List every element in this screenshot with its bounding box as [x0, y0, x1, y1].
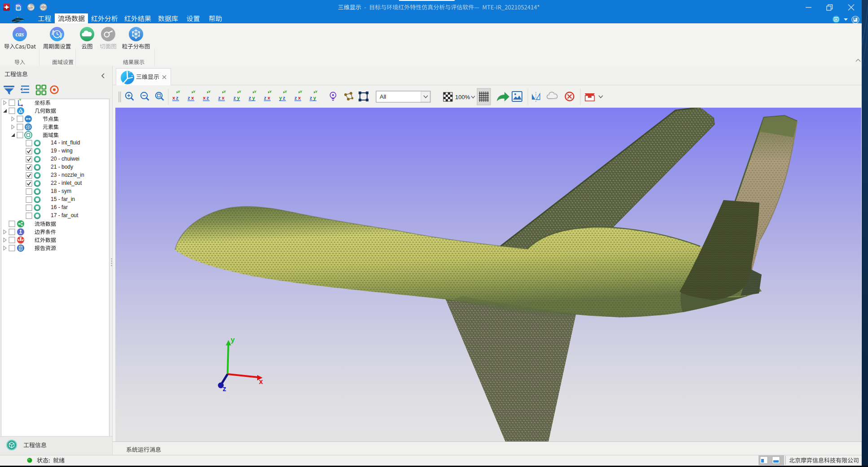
svg-text:Y: Y	[224, 90, 226, 94]
svg-text:z: z	[310, 95, 312, 100]
svg-text:Y: Y	[315, 90, 318, 94]
svg-text:z: z	[294, 95, 297, 100]
svg-text:y: y	[252, 95, 255, 100]
svg-text:y: y	[279, 95, 282, 100]
svg-text:x: x	[267, 95, 271, 100]
svg-text:z: z	[218, 95, 221, 100]
svg-text:z: z	[206, 95, 209, 100]
svg-text:z: z	[18, 103, 20, 106]
svg-text:z: z	[283, 95, 285, 100]
svg-text:cas: cas	[16, 31, 24, 38]
svg-text:x: x	[298, 95, 301, 100]
svg-text:y: y	[237, 95, 240, 100]
svg-text:x: x	[191, 95, 194, 100]
svg-text:x: x	[222, 95, 225, 100]
svg-text:Y: Y	[178, 90, 180, 94]
svg-text:y: y	[231, 336, 235, 344]
svg-text:Y: Y	[269, 90, 272, 94]
svg-text:Y: Y	[239, 90, 241, 94]
svg-text:y: y	[313, 95, 316, 100]
svg-text:Y: Y	[19, 98, 22, 101]
svg-text:z: z	[223, 385, 226, 393]
svg-text:z: z	[188, 95, 190, 100]
svg-text:z: z	[233, 95, 236, 100]
svg-text:Y: Y	[193, 90, 196, 94]
svg-text:Y: Y	[208, 90, 211, 94]
svg-text:z: z	[176, 95, 179, 100]
svg-text:x: x	[21, 104, 23, 107]
svg-text:100%: 100%	[455, 94, 470, 100]
svg-text:z: z	[264, 95, 267, 100]
svg-text:Y: Y	[285, 90, 287, 94]
svg-text:x: x	[259, 378, 263, 385]
svg-text:All: All	[380, 93, 386, 100]
svg-text:Y: Y	[254, 90, 257, 94]
svg-text:Y: Y	[300, 90, 302, 94]
svg-text:x: x	[172, 95, 175, 100]
svg-text:x: x	[203, 95, 206, 100]
svg-text:z: z	[249, 95, 251, 100]
